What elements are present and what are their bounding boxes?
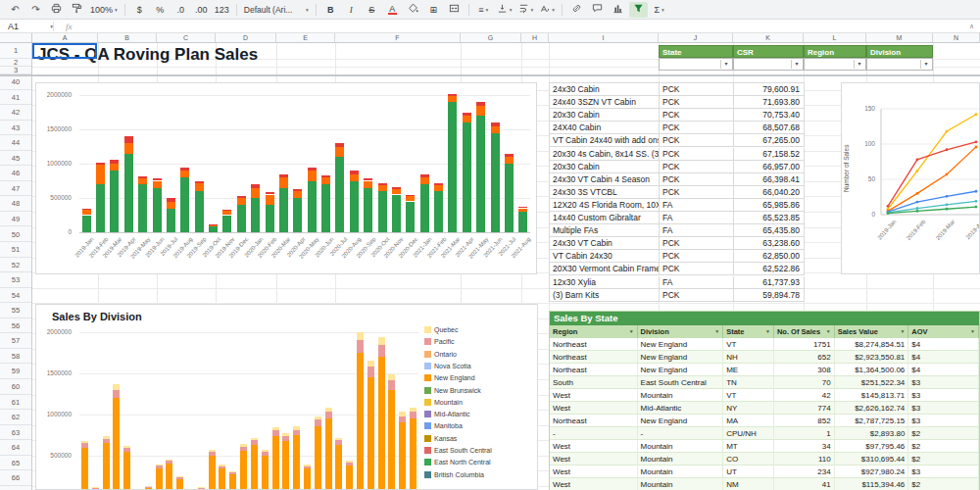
column-filter-header-region[interactable]: Region▼ bbox=[550, 325, 638, 338]
spreadsheet-cell[interactable]: $8,274,854.51 bbox=[835, 338, 909, 351]
spreadsheet-cell[interactable]: $97,795.46 bbox=[835, 440, 909, 453]
spreadsheet-cell[interactable]: Northeast bbox=[550, 351, 638, 364]
column-header-A[interactable]: A bbox=[32, 33, 98, 42]
text-color-button[interactable]: A bbox=[383, 2, 402, 18]
column-header-N[interactable]: N bbox=[933, 33, 980, 42]
row-header-45[interactable]: 45 bbox=[0, 151, 31, 167]
filter-dropdown-division[interactable]: ▾ bbox=[866, 58, 933, 71]
spreadsheet-cell[interactable]: PCK bbox=[660, 148, 734, 161]
row-header-65[interactable]: 65 bbox=[0, 456, 31, 471]
vertical-align-button[interactable]: ▾ bbox=[495, 2, 514, 18]
strikethrough-button[interactable]: S bbox=[363, 2, 381, 18]
borders-button[interactable]: ⊞ bbox=[424, 2, 443, 18]
spreadsheet-cell[interactable]: VT bbox=[723, 389, 774, 402]
insert-chart-button[interactable] bbox=[609, 2, 627, 18]
spreadsheet-cell[interactable]: 70 bbox=[774, 376, 835, 389]
number-of-sales-line-chart[interactable]: 0501001502019-Jan2019-Feb2019-Mar2019-Ap… bbox=[841, 82, 980, 274]
spreadsheet-cell[interactable]: 65,435.80 bbox=[734, 224, 805, 237]
fill-color-button[interactable] bbox=[404, 2, 422, 18]
row-header-52[interactable]: 52 bbox=[0, 258, 31, 273]
spreadsheet-cell[interactable]: 79,600.91 bbox=[734, 83, 805, 96]
spreadsheet-cell[interactable]: 67,265.00 bbox=[734, 134, 805, 147]
spreadsheet-cell[interactable]: PCK bbox=[660, 109, 734, 122]
spreadsheet-cell[interactable]: 66,957.00 bbox=[734, 161, 805, 173]
spreadsheet-cell[interactable]: $251,522.34 bbox=[835, 376, 909, 389]
spreadsheet-cell[interactable]: 59,894.78 bbox=[734, 289, 805, 302]
paint-format-button[interactable] bbox=[68, 2, 86, 18]
column-filter-header-aov[interactable]: AOV▼ bbox=[908, 325, 979, 338]
spreadsheet-cell[interactable]: MT bbox=[723, 440, 774, 453]
column-header-J[interactable]: J bbox=[659, 33, 733, 42]
spreadsheet-cell[interactable]: 652 bbox=[774, 351, 835, 364]
spreadsheet-cell[interactable]: 42 bbox=[774, 389, 835, 402]
filter-icon[interactable]: ▼ bbox=[714, 325, 719, 338]
spreadsheet-cell[interactable]: $927,980.24 bbox=[835, 466, 909, 478]
spreadsheet-cell[interactable]: 24x30 Cabin bbox=[550, 83, 660, 96]
row-header-56[interactable]: 56 bbox=[0, 318, 31, 334]
spreadsheet-cell[interactable]: New England bbox=[638, 351, 724, 364]
row-header-44[interactable]: 44 bbox=[0, 135, 31, 151]
spreadsheet-cell[interactable]: 24X40 Cabin bbox=[550, 122, 660, 134]
spreadsheet-cell[interactable]: $3 bbox=[908, 389, 979, 402]
spreadsheet-cell[interactable]: 70,753.40 bbox=[734, 109, 805, 122]
italic-button[interactable]: I bbox=[342, 2, 361, 18]
spreadsheet-cell[interactable]: West bbox=[550, 466, 638, 478]
spreadsheet-cell[interactable]: FA bbox=[660, 276, 734, 289]
spreadsheet-cell[interactable]: $4 bbox=[908, 338, 979, 351]
spreadsheet-cell[interactable]: PCK bbox=[660, 83, 734, 96]
spreadsheet-cell[interactable]: Mountain bbox=[638, 478, 724, 490]
spreadsheet-cell[interactable]: West bbox=[550, 440, 638, 453]
spreadsheet-cell[interactable]: 1751 bbox=[774, 338, 835, 351]
row-header-48[interactable]: 48 bbox=[0, 196, 31, 212]
spreadsheet-cell[interactable]: NY bbox=[723, 402, 774, 415]
spreadsheet-cell[interactable]: Northeast bbox=[550, 415, 638, 427]
spreadsheet-cell[interactable]: PCK bbox=[660, 289, 734, 302]
collapse-formula-bar-icon[interactable]: ∧ bbox=[969, 23, 974, 30]
column-header-E[interactable]: E bbox=[276, 33, 335, 42]
spreadsheet-cell[interactable]: 66,040.20 bbox=[734, 186, 805, 199]
sheet-canvas[interactable]: JCS - QA Roving Plan Sales 0500000100000… bbox=[32, 43, 980, 490]
filter-dropdown-region[interactable]: ▾ bbox=[804, 58, 866, 71]
spreadsheet-cell[interactable]: CO bbox=[723, 453, 774, 466]
row-header-40[interactable]: 40 bbox=[0, 74, 31, 90]
column-header-G[interactable]: G bbox=[461, 33, 521, 42]
spreadsheet-cell[interactable]: $4 bbox=[908, 364, 979, 376]
spreadsheet-cell[interactable]: 234 bbox=[774, 466, 835, 478]
spreadsheet-cell[interactable]: 774 bbox=[774, 402, 835, 415]
monthly-sales-stacked-bar-chart[interactable]: 05000001000000150000020000002019-Jan2019… bbox=[35, 82, 537, 274]
chevron-down-icon[interactable]: ▾ bbox=[791, 60, 802, 69]
spreadsheet-cell[interactable]: $2 bbox=[908, 440, 979, 453]
spreadsheet-cell[interactable]: ME bbox=[723, 364, 774, 376]
spreadsheet-cell[interactable]: MA bbox=[723, 415, 774, 427]
spreadsheet-cell[interactable]: 71,693.80 bbox=[734, 96, 805, 109]
spreadsheet-cell[interactable]: 65,985.86 bbox=[734, 199, 805, 212]
spreadsheet-cell[interactable]: 24x40 3SZN VT Cabin bbox=[550, 96, 660, 109]
spreadsheet-cell[interactable]: 66,398.41 bbox=[734, 173, 805, 186]
row-header-57[interactable]: 57 bbox=[0, 333, 31, 349]
row-header-61[interactable]: 61 bbox=[0, 395, 31, 411]
row-header-58[interactable]: 58 bbox=[0, 349, 31, 365]
spreadsheet-cell[interactable]: FA bbox=[660, 212, 734, 224]
spreadsheet-cell[interactable]: UT bbox=[723, 466, 774, 478]
column-filter-header-no-of-sales[interactable]: No. Of Sales▼ bbox=[774, 325, 835, 338]
formula-input[interactable] bbox=[82, 20, 980, 32]
row-header-59[interactable]: 59 bbox=[0, 364, 31, 379]
filter-icon[interactable]: ▼ bbox=[970, 325, 975, 338]
cell-reference-box[interactable]: A1 ▾ bbox=[0, 22, 53, 31]
spreadsheet-cell[interactable]: 308 bbox=[774, 364, 835, 376]
spreadsheet-cell[interactable]: West bbox=[550, 478, 638, 490]
spreadsheet-cell[interactable]: Northeast bbox=[550, 364, 638, 376]
chevron-down-icon[interactable]: ▾ bbox=[720, 60, 731, 69]
row-header-1[interactable]: 1 bbox=[0, 43, 31, 59]
spreadsheet-cell[interactable]: FA bbox=[660, 199, 734, 212]
spreadsheet-cell[interactable]: 110 bbox=[774, 453, 835, 466]
row-header-41[interactable]: 41 bbox=[0, 90, 31, 106]
spreadsheet-cell[interactable]: CPU/NH bbox=[723, 427, 774, 440]
row-header-47[interactable]: 47 bbox=[0, 181, 31, 197]
spreadsheet-cell[interactable]: 61,737.93 bbox=[734, 276, 805, 289]
spreadsheet-cell[interactable]: (3) Barn Kits bbox=[550, 289, 660, 302]
spreadsheet-cell[interactable]: 65,523.85 bbox=[734, 212, 805, 224]
spreadsheet-cell[interactable]: NM bbox=[723, 478, 774, 490]
row-header-46[interactable]: 46 bbox=[0, 166, 31, 181]
spreadsheet-cell[interactable]: New England bbox=[638, 415, 724, 427]
